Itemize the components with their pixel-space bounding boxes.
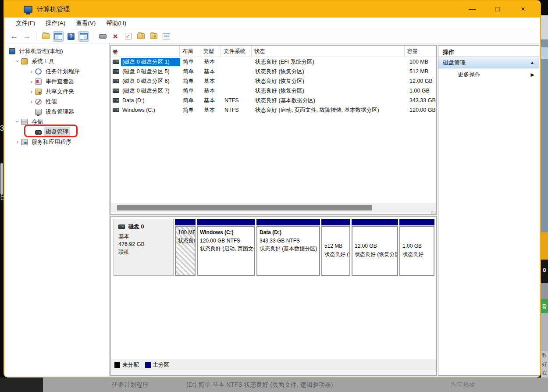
actions-header: 操作 (438, 46, 539, 57)
col-volume[interactable]: 卷 (111, 46, 180, 57)
folder-up-icon[interactable]: ↑ (135, 31, 146, 42)
chevron-right-icon[interactable]: › (29, 68, 34, 75)
chevron-right-icon[interactable]: › (29, 98, 34, 105)
volume-icon (113, 98, 119, 103)
tree-item-storage[interactable]: › 存储 (4, 117, 109, 127)
collapse-arrow-icon[interactable]: ▲ (530, 60, 534, 65)
table-row[interactable]: (磁盘 0 磁盘分区 6) 简单 基本 状态良好 (恢复分区) 12.00 GB (111, 76, 436, 86)
toolbar-separator (36, 32, 36, 41)
tools-icon (21, 58, 28, 64)
chevron-down-icon[interactable]: › (14, 59, 21, 64)
tree-item-shared-folders[interactable]: › 共享文件夹 (4, 86, 109, 96)
volume-icon (113, 79, 119, 83)
partition-type-bar (256, 219, 320, 225)
table-row[interactable]: (磁盘 0 磁盘分区 5) 简单 基本 状态良好 (恢复分区) 512 MB (111, 67, 436, 76)
folder-find-icon[interactable]: ○ (148, 31, 159, 42)
show-action-pane-icon[interactable] (78, 31, 89, 42)
chevron-right-icon[interactable]: › (29, 78, 34, 85)
chevron-down-icon[interactable]: › (14, 119, 21, 125)
tree-item-system-tools[interactable]: › 系统工具 (4, 56, 109, 66)
bg-bottom-right-text: 淘宝热卖 (451, 381, 475, 389)
bg-right-lightband (541, 47, 548, 59)
partition-type-bar (175, 219, 196, 225)
col-type[interactable]: 类型 (200, 46, 221, 57)
tree-item-computer-management[interactable]: 计算机管理(本地) (4, 46, 109, 56)
partition-strip: 100 MB 状态良好 Windows (C:) 120.00 GB NTFS … (175, 219, 434, 276)
legend-primary: 主分区 (145, 361, 170, 369)
table-row[interactable]: Windows (C:) 简单 基本 NTFS 状态良好 (启动, 页面文件, … (111, 105, 436, 115)
table-row[interactable]: Data (D:) 简单 基本 NTFS 状态良好 (基本数据分区) 343.3… (111, 96, 436, 105)
actions-group-disk-management[interactable]: 磁盘管理 ▲ (438, 57, 539, 68)
partition-type-bar (321, 219, 350, 225)
console-icon[interactable] (97, 31, 108, 42)
bg-right-rows: 数好在 (541, 351, 548, 378)
pane-scroll-strip[interactable] (111, 211, 436, 214)
tree-item-task-scheduler[interactable]: › 任务计划程序 (4, 66, 109, 76)
help-icon[interactable]: ? (66, 31, 76, 42)
export-icon[interactable] (40, 31, 51, 42)
partition-recovery-12gb[interactable]: 12.00 GB 状态良好 (恢复分区) (352, 219, 398, 276)
bg-right-light-rows (541, 15, 548, 39)
tree-item-device-manager[interactable]: › 设备管理器 (4, 107, 109, 117)
list-view-icon[interactable] (161, 31, 171, 42)
col-capacity[interactable]: 容量 (405, 46, 436, 57)
volume-list: 卷 布局 类型 文件系统 状态 容量 (磁盘 0 磁盘分区 1) 简单 基本 状… (110, 45, 437, 215)
menu-help[interactable]: 帮助(H) (102, 18, 131, 29)
legend-swatch-black (114, 362, 120, 368)
col-layout[interactable]: 布局 (180, 46, 201, 57)
menu-action[interactable]: 操作(A) (41, 18, 70, 29)
disk-type: 基本 (118, 232, 171, 240)
disk-0-info[interactable]: 磁盘 0 基本 476.92 GB 联机 (114, 219, 174, 276)
partition-windows-c[interactable]: Windows (C:) 120.00 GB NTFS 状态良好 (启动, 页面… (197, 219, 255, 276)
partition-type-bar (352, 219, 398, 225)
table-row[interactable]: (磁盘 0 磁盘分区 1) 简单 基本 状态良好 (EFI 系统分区) 100 … (111, 57, 436, 67)
disk-size: 476.92 GB (118, 240, 171, 248)
partition-recovery-512mb[interactable]: 512 MB 状态良好 (恢复分区) (321, 219, 350, 276)
chevron-right-icon[interactable]: › (15, 139, 20, 145)
menu-view[interactable]: 查看(V) (71, 18, 100, 29)
disk-0-row: 磁盘 0 基本 476.92 GB 联机 100 MB 状态良好 (114, 219, 435, 276)
volume-rows: (磁盘 0 磁盘分区 1) 简单 基本 状态良好 (EFI 系统分区) 100 … (111, 57, 436, 203)
volume-icon (113, 60, 119, 64)
back-icon[interactable]: ← (9, 31, 19, 42)
properties-check-icon[interactable]: ✓ (123, 31, 133, 42)
services-icon (21, 139, 28, 145)
tree-item-services-apps[interactable]: › 服务和应用程序 (4, 137, 109, 147)
minimize-button[interactable]: — (465, 1, 480, 18)
toolbar-separator (93, 32, 93, 41)
partition-efi[interactable]: 100 MB 状态良好 (175, 219, 196, 276)
forward-icon[interactable]: → (21, 31, 32, 42)
more-actions-item[interactable]: 更多操作 ▶ (438, 68, 539, 81)
maximize-button[interactable]: □ (490, 1, 505, 18)
tree-item-event-viewer[interactable]: › 事件查看器 (4, 76, 109, 86)
tree-item-disk-management[interactable]: › 磁盘管理 (4, 127, 109, 137)
shared-folder-icon (35, 89, 42, 95)
bg-bottom-left-text: 任务计划程序 (112, 381, 149, 389)
show-console-tree-icon[interactable] (53, 31, 64, 42)
storage-icon (21, 119, 28, 125)
bg-right-lightgray (541, 313, 548, 351)
menu-file[interactable]: 文件(F) (11, 18, 39, 29)
legend: 未分配 主分区 (111, 360, 436, 370)
bg-left-scroll-fragment (0, 163, 3, 195)
delete-icon[interactable]: × (110, 31, 121, 42)
bg-bottom-dark (0, 378, 43, 392)
tree-item-performance[interactable]: › 性能 (4, 96, 109, 107)
partition-recovery-1gb[interactable]: 1.00 GB 状态良好 (399, 219, 434, 276)
scrollbar-thumb[interactable] (117, 205, 372, 210)
clock-icon (35, 68, 42, 75)
disk-icon (118, 225, 125, 229)
partition-data-d[interactable]: Data (D:) 343.33 GB NTFS 状态良好 (基本数据分区) (256, 219, 320, 276)
bg-right-amber (541, 232, 548, 260)
bg-right-gray (541, 283, 548, 299)
horizontal-scrollbar[interactable] (111, 203, 436, 211)
window-title: 计算机管理 (37, 5, 70, 14)
col-filesystem[interactable]: 文件系统 (221, 46, 251, 57)
titlebar[interactable]: 计算机管理 — □ × (4, 1, 540, 18)
col-status[interactable]: 状态 (252, 46, 405, 57)
table-row[interactable]: (磁盘 0 磁盘分区 7) 简单 基本 状态良好 (恢复分区) 1.00 GB (111, 86, 436, 96)
volume-icon (113, 108, 119, 112)
close-button[interactable]: × (516, 1, 530, 18)
chevron-right-icon[interactable]: › (29, 88, 34, 95)
performance-icon (35, 99, 42, 105)
